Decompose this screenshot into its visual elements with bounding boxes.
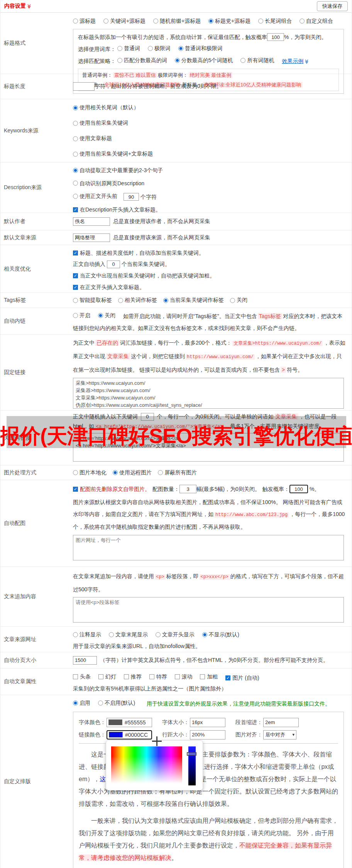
font-size-input[interactable] [190, 718, 225, 727]
row-label: Keywords来源 [0, 99, 73, 162]
radio-source-title[interactable]: 源标题 [73, 15, 96, 27]
radio-comment-display[interactable]: 注释显示 [73, 629, 101, 640]
checkbox-slideshow[interactable]: 幻灯 [98, 671, 116, 682]
picker-crosshair-icon[interactable] [152, 736, 162, 746]
image-align-select[interactable]: 居中对齐 [263, 730, 296, 739]
page-header: 内容设置≫ 快速保存 [0, 0, 352, 13]
radio-remote-images[interactable]: 使用远程图片 [113, 469, 152, 476]
checkbox-auto-add-keywords[interactable]: 标题、描述相关度低时，自动添加当前采集关键词。 [73, 247, 204, 259]
row-auto-innerlink: 自动内链 开启 关闭 如需开启此功能，请同时开启“Tags标签”。当正文中包含T… [0, 308, 352, 335]
radio-label: 开启 [80, 310, 90, 321]
pagination-size-input[interactable] [73, 656, 97, 665]
radio-all-random[interactable]: 所有词随机 [240, 55, 274, 66]
quick-save-button[interactable]: 快速保存 [317, 1, 348, 11]
checkbox-special[interactable]: 特荐 [149, 671, 167, 682]
radio-block-images[interactable]: 屏蔽所有图片 [158, 469, 197, 476]
title-length-input[interactable] [73, 82, 95, 91]
radio-label: 极限词 [154, 43, 171, 54]
image-prob-input-focused[interactable] [289, 485, 308, 493]
line-height-input[interactable] [190, 730, 225, 739]
desc-text: 为正文中 [73, 340, 95, 346]
font-color-picker[interactable]: #555555 [107, 718, 152, 727]
fixed-links-textarea[interactable]: 采集>https://www.ucaiyun.com/ 采集器>https://… [73, 378, 344, 409]
radio-localize-images[interactable]: 图片本地化 [73, 469, 107, 476]
radio-label: 不启用(默认) [105, 698, 135, 708]
radio-auto-extract[interactable]: 自动提取正文中最重要的2-3个句子 [73, 164, 163, 176]
font-size-label: 字体大小： [162, 719, 189, 726]
font-color-label: 字体颜色： [79, 719, 106, 726]
radio-icon [158, 470, 163, 475]
radio-first-chars[interactable]: 使用正文开头前 [73, 190, 117, 202]
desc-highlight: 已存在的 [95, 340, 119, 346]
checkbox-bold-keywords[interactable]: 当正文中出现当前采集关键词时，自动把该关键词加粗。 [73, 270, 215, 281]
radio-top5-random[interactable]: 分数最高的5个词随机 [175, 55, 233, 66]
radio-label: 匹配分数最高的词 [124, 55, 167, 66]
radio-start-display[interactable]: 文章开头显示 [156, 629, 195, 640]
checkbox-checked-icon [73, 487, 78, 492]
radio-innerlink-on[interactable]: 开启 [73, 310, 90, 321]
default-source-input[interactable] [73, 233, 110, 242]
checkbox-scroll[interactable]: 滚动 [175, 671, 193, 682]
indent-input[interactable] [263, 718, 299, 727]
radio-innerlink-off[interactable]: 关闭 [98, 310, 115, 321]
link-color-picker-focused[interactable]: #0000CC [107, 730, 152, 739]
checkbox-delete-original-images[interactable]: 配图前先删除原文自带图片。 [73, 484, 150, 494]
row-default-source: 默认文章来源 总是直接使用该来源，而不会从网页采集 [0, 230, 352, 245]
row-label: 图片处理方式 [0, 465, 73, 480]
radio-keywords-plus-title[interactable]: 使用当前采集关键词+文章标题 [73, 146, 340, 162]
radio-typography-on[interactable]: 启用 [73, 698, 90, 708]
radio-original-description[interactable]: 自动识别原网页Description [73, 177, 144, 190]
radio-normal-and-extreme[interactable]: 普通词和极限词 [178, 43, 223, 54]
page-title[interactable]: 内容设置≫ [4, 3, 32, 10]
radio-random-prefix-title[interactable]: 随机前缀+源标题 [153, 15, 201, 27]
append-content-textarea[interactable] [73, 597, 344, 623]
radio-normal-words[interactable]: 普通词 [117, 43, 140, 54]
row-label: 文末追加内容 [0, 567, 73, 626]
radio-keyword-source-title[interactable]: 关键词+源标题 [103, 15, 146, 27]
insert-count-input[interactable] [107, 261, 120, 268]
radio-custom-combo[interactable]: 自定义组合 [300, 15, 333, 27]
desc-highlight-code: <p>xxx</p> [200, 574, 230, 580]
radio-longtail-combo[interactable]: 长尾词组合 [258, 15, 292, 27]
radio-end-display[interactable]: 文章末尾显示 [109, 629, 148, 640]
radio-clickbait-title[interactable]: 标题党+源标题 [208, 15, 250, 27]
demo-link[interactable]: 效果示例≫ [282, 58, 309, 64]
radio-extreme-words[interactable]: 极限词 [148, 43, 171, 54]
radio-smart-tags[interactable]: 智能提取标签 [73, 297, 112, 304]
radio-highest-score[interactable]: 匹配分数最高的词 [117, 55, 167, 66]
slider-handle[interactable] [187, 752, 196, 756]
keyword-density-textarea[interactable]: <a href='https://www.ucaiyun.com/'>采集器</… [73, 433, 344, 462]
checkbox-insert-title-body[interactable]: 在正文开头插入文章标题。 [73, 282, 145, 293]
radio-no-display[interactable]: 不显示(默认) [202, 629, 239, 640]
radio-keyword-tags[interactable]: 当前采集关键词作标签 [163, 297, 224, 304]
checkbox-label: 当正文中出现当前采集关键词时，自动把该关键词加粗。 [80, 270, 215, 281]
auto-image-textarea[interactable] [73, 535, 344, 560]
source-url-desc: 用于显示文章的采集来源URL，自动加nofollow属性。 [73, 641, 346, 651]
desc-text: 标签段落，即 [166, 573, 199, 579]
first-chars-input[interactable] [124, 193, 139, 201]
checkbox-headline[interactable]: 头条 [73, 671, 91, 682]
checkbox-recommend[interactable]: 推荐 [124, 671, 142, 682]
row-pagination: 自动分页大小 （字符）计算中英文及其标点符号，但不包含HTML，为0则不分页。部… [0, 652, 352, 668]
radio-label: 自定义组合 [306, 15, 333, 27]
radio-typography-off[interactable]: 不启用(默认) [98, 698, 135, 708]
title-length-hint: 字符，超出部分将被强制截断。留空或设为0则不限。 [95, 83, 222, 90]
image-count-input[interactable] [179, 485, 196, 493]
radio-current-keywords[interactable]: 使用当前采集关键词 [73, 115, 340, 131]
checkbox-icon [200, 674, 205, 679]
checkbox-bold[interactable]: 加粗 [200, 671, 218, 682]
row-label: 默认文章来源 [0, 230, 73, 245]
radio-label: 长尾词组合 [265, 15, 292, 27]
row-fixed-links: 固定链接 为正文中已存在的词汇添加链接，每行一个，最多200个，格式：文章采集>… [0, 335, 352, 411]
default-author-input[interactable] [73, 217, 110, 226]
probability-input[interactable] [267, 33, 284, 41]
color-picker-popup [106, 740, 203, 790]
shade-slider[interactable] [188, 746, 196, 785]
radio-related-longtail[interactable]: 使用相关长尾词（默认） [73, 100, 340, 115]
checkbox-image-auto[interactable]: 图片 (自动) [225, 672, 259, 683]
radio-article-title[interactable]: 使用文章标题 [73, 131, 340, 146]
density-count-input[interactable] [141, 413, 154, 421]
saturation-gradient[interactable] [111, 746, 182, 785]
radio-related-tags[interactable]: 相关词作标签 [118, 297, 157, 304]
radio-tags-off[interactable]: 关闭 [230, 297, 247, 304]
